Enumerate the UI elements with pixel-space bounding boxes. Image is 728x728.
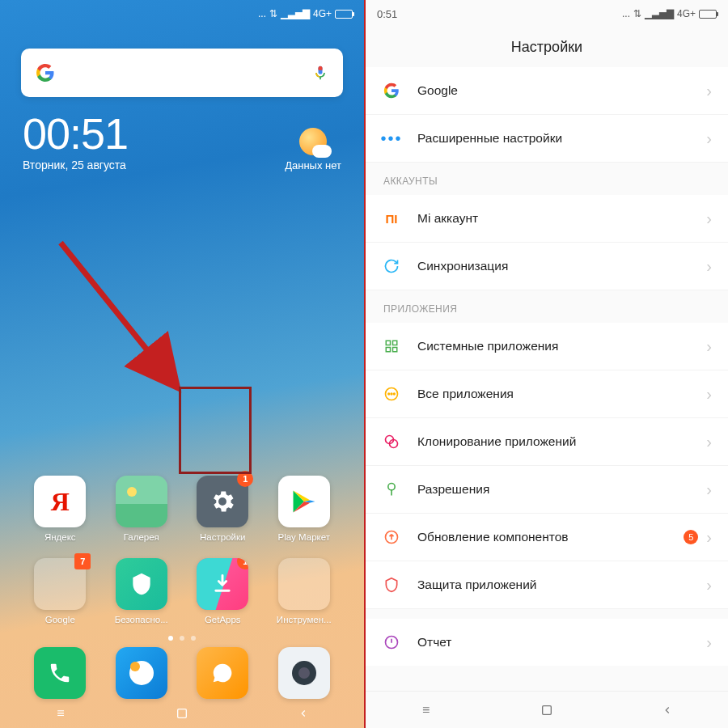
status-bar: 0:51 ... ⇅ ▁▃▅▇ 4G+ (366, 0, 728, 28)
setting-component-update[interactable]: Обновление компонентов 5 › (366, 514, 728, 561)
svg-rect-16 (543, 705, 552, 714)
folder-tools[interactable]: Инструмен... (267, 558, 342, 624)
chevron-right-icon: › (706, 633, 712, 652)
browser-app[interactable] (116, 647, 167, 699)
setting-mi-account[interactable]: ΠΙ Mi аккаунт › (366, 195, 728, 243)
security-icon (116, 558, 167, 610)
gallery-icon (116, 476, 167, 527)
chevron-right-icon: › (706, 480, 712, 499)
setting-label: Расширенные настройки (417, 131, 706, 146)
nav-menu-button[interactable]: ≡ (52, 705, 70, 722)
setting-all-apps[interactable]: Все приложения › (366, 370, 728, 418)
folder-icon (278, 558, 330, 610)
microphone-icon[interactable] (312, 65, 328, 81)
setting-label: Разрешения (417, 482, 706, 497)
google-search-bar[interactable] (21, 49, 343, 97)
svg-rect-4 (386, 348, 390, 352)
sync-icon (382, 256, 401, 276)
battery-icon (335, 10, 353, 19)
yandex-icon: Я (34, 476, 86, 527)
app-security[interactable]: Безопасно... (104, 558, 180, 624)
messages-app[interactable] (197, 647, 248, 699)
svg-point-12 (388, 484, 395, 490)
chevron-right-icon: › (706, 528, 712, 547)
setting-system-apps[interactable]: Системные приложения › (366, 323, 728, 370)
setting-label: Все приложения (417, 387, 706, 401)
camera-app[interactable] (278, 647, 330, 699)
setting-google[interactable]: Google › (366, 67, 728, 115)
setting-permissions[interactable]: Разрешения › (366, 466, 728, 514)
svg-point-9 (394, 393, 396, 395)
weather-icon (299, 128, 327, 155)
setting-label: Системные приложения (417, 339, 706, 353)
setting-label: Google (417, 83, 706, 98)
signal-icon: ▁▃▅▇ (645, 8, 674, 19)
app-grid: Я Яндекс Галерея 1 Настройки Play Маркет (0, 476, 364, 624)
app-gallery[interactable]: Галерея (104, 476, 180, 542)
clock-widget[interactable]: 00:51 Вторник, 25 августа Данных нет (0, 97, 364, 176)
dots-icon: ••• (382, 129, 401, 148)
status-time: 0:51 (377, 8, 397, 20)
svg-rect-1 (178, 709, 187, 718)
setting-sync[interactable]: Синхронизация › (366, 243, 728, 290)
app-settings[interactable]: 1 Настройки (185, 476, 260, 542)
app-label: Google (45, 615, 75, 624)
app-label: Яндекс (44, 532, 76, 542)
chevron-right-icon: › (706, 82, 712, 100)
signal-icon: ▁▃▅▇ (281, 8, 310, 19)
page-indicator[interactable] (0, 636, 364, 641)
app-label: Инструмен... (277, 615, 332, 624)
status-dots: ... (258, 8, 266, 19)
network-label: 4G+ (677, 8, 696, 19)
status-bar: ... ⇅ ▁▃▅▇ 4G+ (0, 0, 364, 28)
chevron-right-icon: › (706, 257, 712, 276)
nav-home-button[interactable] (538, 701, 556, 719)
section-apps: ПРИЛОЖЕНИЯ (366, 290, 728, 323)
weather-widget[interactable]: Данных нет (285, 128, 341, 171)
phone-app[interactable] (34, 647, 86, 699)
report-icon (382, 633, 401, 652)
app-label: Play Маркет (277, 532, 330, 542)
setting-clone-apps[interactable]: Клонирование приложений › (366, 418, 728, 466)
setting-app-protection[interactable]: Защита приложений › (366, 561, 728, 609)
nav-back-button[interactable] (658, 701, 676, 719)
settings-list: Google › ••• Расширенные настройки › АКК… (366, 67, 728, 666)
battery-icon (699, 10, 717, 19)
setting-label: Mi аккаунт (417, 211, 706, 226)
shield-icon (382, 575, 401, 595)
permission-icon (382, 480, 401, 499)
app-getapps[interactable]: 1 GetApps (185, 558, 260, 624)
play-market-icon (278, 476, 330, 527)
setting-label: Клонирование приложений (417, 434, 706, 449)
svg-line-0 (61, 243, 178, 388)
notification-badge: 1 (237, 558, 248, 569)
setting-report[interactable]: Отчет › (366, 619, 728, 666)
setting-label: Синхронизация (417, 259, 706, 273)
folder-icon: 7 (34, 558, 86, 610)
svg-rect-3 (393, 341, 397, 345)
svg-rect-2 (386, 341, 390, 345)
app-label: Галерея (124, 532, 159, 542)
navigation-bar: ≡ (0, 699, 364, 728)
dock (0, 647, 364, 699)
app-play-market[interactable]: Play Маркет (267, 476, 342, 542)
getapps-icon: 1 (197, 558, 248, 610)
setting-label: Отчет (417, 635, 706, 650)
navigation-bar: ≡ (366, 691, 728, 728)
upload-icon (382, 527, 401, 547)
app-label: Безопасно... (115, 615, 168, 624)
annotation-arrow (57, 239, 202, 408)
nav-back-button[interactable] (294, 705, 312, 722)
mi-icon: ΠΙ (382, 209, 401, 228)
settings-icon: 1 (197, 476, 248, 527)
nav-home-button[interactable] (173, 705, 191, 722)
settings-screen: 0:51 ... ⇅ ▁▃▅▇ 4G+ Настройки Google › •… (364, 0, 728, 728)
nav-menu-button[interactable]: ≡ (417, 701, 435, 719)
app-yandex[interactable]: Я Яндекс (23, 476, 98, 542)
app-label: Настройки (200, 532, 245, 542)
setting-advanced[interactable]: ••• Расширенные настройки › (366, 115, 728, 163)
google-icon (382, 81, 401, 100)
folder-google[interactable]: 7 Google (23, 558, 98, 624)
chevron-right-icon: › (706, 210, 712, 228)
notification-badge: 7 (74, 553, 91, 569)
